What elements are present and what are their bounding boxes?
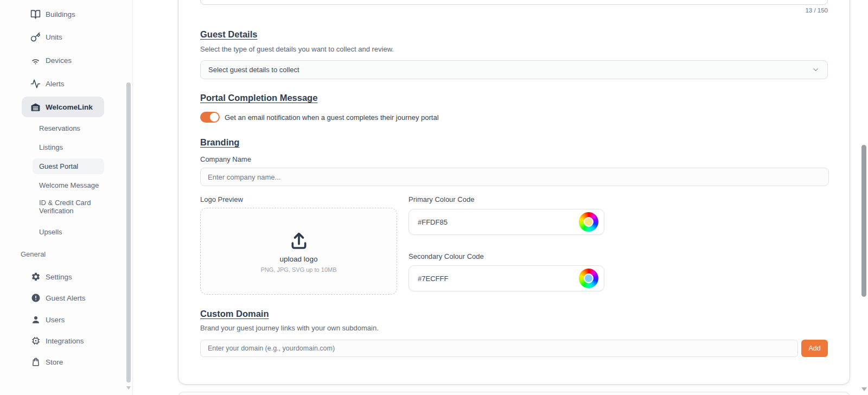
portal-completion-title: Portal Completion Message (200, 93, 317, 103)
upload-hint-text: PNG, JPG, SVG up to 10MB (261, 266, 337, 273)
sidebar-item-label: Store (46, 358, 63, 366)
sidebar-item-label: Users (46, 316, 65, 324)
upload-logo-text: upload logo (280, 255, 318, 263)
book-open-icon (30, 9, 41, 20)
page-scroll-down-arrow-icon[interactable] (861, 387, 867, 391)
sidebar-item-label: Alerts (46, 80, 65, 88)
sidebar-item-alerts[interactable]: Alerts (22, 73, 104, 94)
sidebar-subitem-label: Reservations (39, 124, 80, 132)
guest-details-description: Select the type of guest details you wan… (200, 45, 394, 53)
sidebar-item-buildings[interactable]: Buildings (22, 4, 104, 24)
sidebar-subitem-label: Guest Portal (39, 162, 78, 170)
sidebar-item-guest-alerts[interactable]: Guest Alerts (22, 288, 104, 308)
sidebar-item-label: Settings (46, 273, 72, 281)
custom-domain-description: Brand your guest journey links with your… (200, 324, 379, 332)
secondary-colour-field[interactable]: #7ECFFF (409, 265, 604, 291)
sidebar-subitem-label: Listings (39, 143, 63, 151)
logo-upload-dropzone[interactable]: upload logo PNG, JPG, SVG up to 10MB (200, 208, 397, 295)
add-domain-button[interactable]: Add (801, 340, 828, 357)
sidebar-scrollbar-thumb[interactable] (126, 82, 131, 383)
toggle-label: Get an email notification when a guest c… (225, 113, 439, 122)
sidebar-item-welcomelink[interactable]: WelcomeLink (22, 97, 104, 117)
primary-colour-field[interactable]: #FFDF85 (409, 209, 604, 235)
sidebar-item-label: Devices (46, 56, 72, 65)
sidebar-item-label: Units (46, 33, 62, 41)
company-name-label: Company Name (200, 155, 251, 163)
toggle-knob (210, 113, 219, 122)
alert-circle-icon (30, 293, 41, 303)
sidebar-item-units[interactable]: Units (22, 27, 104, 47)
secondary-colour-value: #7ECFFF (418, 275, 579, 283)
user-icon (30, 315, 41, 325)
primary-colour-swatch (584, 217, 593, 227)
guest-details-select[interactable]: Select guest details to collect (200, 60, 828, 79)
character-counter: 13 / 150 (805, 7, 828, 14)
select-placeholder-text: Select guest details to collect (208, 66, 812, 74)
sidebar-subitem-reservations[interactable]: Reservations (33, 120, 104, 136)
secondary-colour-label: Secondary Colour Code (409, 252, 484, 260)
sidebar-item-label: Integrations (46, 337, 84, 345)
sidebar-subitem-upsells[interactable]: Upsells (33, 224, 104, 240)
primary-colour-wheel-icon[interactable] (579, 212, 598, 232)
sidebar-subitem-id-credit-card-verification[interactable]: ID & Credit Card Verification (33, 199, 104, 215)
branding-title: Branding (200, 137, 239, 148)
sidebar-item-label: Buildings (46, 10, 75, 18)
sidebar-subitem-listings[interactable]: Listings (33, 139, 104, 155)
sidebar-item-label: WelcomeLink (46, 103, 93, 111)
custom-domain-title: Custom Domain (200, 309, 269, 319)
sidebar-item-store[interactable]: Store (22, 352, 104, 372)
page-scrollbar-thumb[interactable] (861, 145, 866, 297)
sidebar-subitem-welcome-message[interactable]: Welcome Message (33, 177, 104, 193)
sidebar-scroll-down-arrow-icon[interactable] (126, 386, 131, 390)
sidebar-item-label: Guest Alerts (46, 294, 86, 302)
portal-completion-toggle-row: Get an email notification when a guest c… (200, 111, 439, 123)
guest-portal-settings-page: Buildings Units Devices Alerts WelcomeLi (0, 0, 868, 395)
shopping-bag-icon (30, 357, 41, 367)
chevron-down-icon (812, 66, 820, 74)
sidebar-item-users[interactable]: Users (22, 309, 104, 330)
secondary-colour-swatch (584, 273, 593, 283)
gear-icon (30, 272, 41, 282)
sidebar-item-devices[interactable]: Devices (22, 50, 104, 71)
sidebar-subitem-label: Upsells (39, 228, 62, 236)
guest-portal-settings-card: 13 / 150 Guest Details Select the type o… (178, 0, 850, 385)
activity-icon (30, 79, 41, 89)
primary-colour-label: Primary Colour Code (409, 195, 474, 203)
upload-icon (288, 230, 310, 252)
sidebar-section-general: General (21, 250, 46, 258)
logo-preview-label: Logo Preview (200, 195, 243, 203)
sidebar-subitem-label: Welcome Message (39, 181, 99, 189)
chip-icon (30, 336, 41, 346)
email-notification-toggle[interactable] (200, 112, 220, 123)
garage-icon (30, 102, 41, 112)
sidebar: Buildings Units Devices Alerts WelcomeLi (0, 0, 133, 395)
secondary-colour-wheel-icon[interactable] (579, 269, 598, 288)
sidebar-subitem-guest-portal[interactable]: Guest Portal (33, 158, 104, 174)
custom-domain-input[interactable] (200, 340, 798, 357)
sidebar-subitem-label: ID & Credit Card Verification (39, 199, 104, 215)
wifi-icon (30, 55, 41, 66)
sidebar-item-settings[interactable]: Settings (22, 266, 104, 287)
company-name-input[interactable] (200, 168, 829, 186)
key-icon (30, 32, 41, 42)
message-textarea-partial[interactable] (200, 0, 828, 5)
sidebar-item-integrations[interactable]: Integrations (22, 330, 104, 351)
next-section-card-edge (178, 392, 850, 395)
guest-details-title: Guest Details (200, 29, 257, 40)
primary-colour-value: #FFDF85 (418, 218, 579, 226)
